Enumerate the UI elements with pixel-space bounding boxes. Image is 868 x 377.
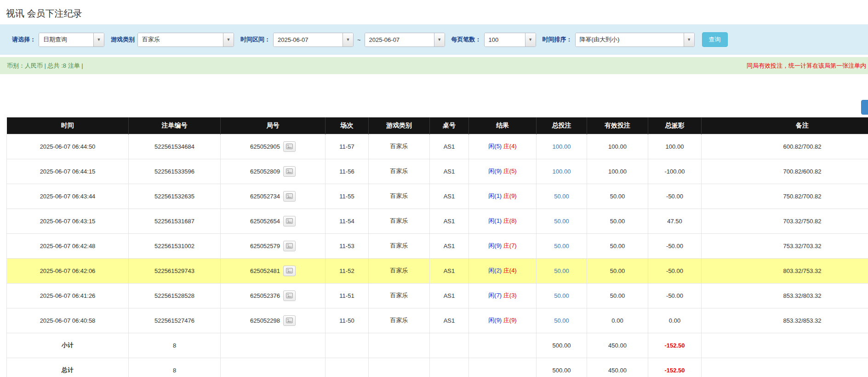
page-size-label: 每页笔数： [451,35,481,44]
note: 753.32/703.32 [702,233,868,258]
total-valid-bet: 450.00 [587,358,648,377]
chevron-down-icon[interactable]: ▼ [93,33,104,46]
table-number: AS1 [430,134,469,159]
valid-bet: 100.00 [587,134,648,159]
total-bet-link[interactable]: 50.00 [554,292,569,299]
session-number: 11-51 [326,283,369,308]
note: 600.82/700.82 [702,134,868,159]
round-number-cell: 625052905 [221,134,326,159]
round-number: 625052579 [250,243,280,249]
page-size-input[interactable] [485,33,525,46]
game-type: 百家乐 [369,184,430,209]
table-row: 2025-06-07 06:40:58 522561527476 6250522… [7,308,868,333]
note: 700.82/600.82 [702,159,868,184]
valid-bet: 50.00 [587,209,648,233]
search-button[interactable]: 查询 [702,32,728,47]
result-player: 闲(9) [488,168,502,174]
round-result-image-icon[interactable] [283,216,296,226]
query-type-input[interactable] [39,33,93,46]
total-bet-link[interactable]: 50.00 [554,267,569,274]
date-to-input[interactable] [365,33,434,46]
game-type-input[interactable] [138,33,223,46]
total-bet-link[interactable]: 100.00 [553,168,571,175]
column-header: 局号 [221,117,326,134]
valid-bet: 50.00 [587,283,648,308]
game-type: 百家乐 [369,283,430,308]
column-header: 场次 [326,117,369,134]
subtotal-payout: -152.50 [648,333,702,358]
chevron-down-icon[interactable]: ▼ [684,33,694,46]
sort-label: 时间排序： [542,35,572,44]
total-bet-link[interactable]: 50.00 [554,193,569,200]
order-number: 522561531002 [129,233,221,258]
round-result-image-icon[interactable] [283,166,296,177]
column-header: 桌号 [430,117,469,134]
game-type: 百家乐 [369,308,430,333]
round-result-image-icon[interactable] [283,141,296,152]
table-row: 2025-06-07 06:43:44 522561532635 6250527… [7,184,868,209]
order-number: 522561528528 [129,283,221,308]
records-tbody: 2025-06-07 06:44:50 522561534684 6250529… [7,134,868,333]
game-type: 百家乐 [369,209,430,233]
round-result-image-icon[interactable] [283,315,296,326]
chevron-down-icon[interactable]: ▼ [343,33,353,46]
result-banker: 庄(4) [503,267,517,274]
valid-bet: 0.00 [587,308,648,333]
round-result-image-icon[interactable] [283,191,296,202]
summary-bar: 币别：人民币 | 总共 :8 注单 | 同局有效投注，统一计算在该局第一张注单内 [0,57,868,74]
bet-time: 2025-06-07 06:41:26 [7,283,129,308]
sort-combobox[interactable]: ▼ [575,33,695,47]
session-number: 11-57 [326,134,369,159]
column-header: 注单编号 [129,117,221,134]
bet-time: 2025-06-07 06:43:44 [7,184,129,209]
bet-time: 2025-06-07 06:42:48 [7,233,129,258]
round-number: 625052376 [250,292,280,299]
result-banker: 庄(8) [503,217,517,224]
sort-input[interactable] [576,33,684,46]
note: 853.32/803.32 [702,283,868,308]
subtotal-total-bet: 500.00 [537,333,587,358]
round-result-image-icon[interactable] [283,290,296,301]
session-number: 11-53 [326,233,369,258]
payout: 100.00 [648,134,702,159]
game-type-combobox[interactable]: ▼ [137,33,234,47]
result-cell: 闲(1) 庄(9) [469,184,537,209]
column-header: 备注 [702,117,868,134]
chevron-down-icon[interactable]: ▼ [434,33,445,46]
total-total-bet: 500.00 [537,358,587,377]
total-bet-link[interactable]: 50.00 [554,243,569,249]
total-bet-link[interactable]: 100.00 [553,143,571,150]
total-bet-link[interactable]: 50.00 [554,218,569,225]
table-row: 2025-06-07 06:44:50 522561534684 6250529… [7,134,868,159]
bet-time: 2025-06-07 06:44:15 [7,159,129,184]
bet-time: 2025-06-07 06:42:06 [7,258,129,283]
date-from-input[interactable] [274,33,343,46]
valid-bet: 50.00 [587,184,648,209]
date-to-combobox[interactable]: ▼ [365,33,445,47]
chevron-down-icon[interactable]: ▼ [525,33,536,46]
session-number: 11-55 [326,184,369,209]
table-row: 2025-06-07 06:43:15 522561531687 6250526… [7,209,868,233]
result-banker: 庄(7) [503,242,517,249]
top-right-action-button[interactable] [861,100,868,115]
date-separator: ~ [357,36,361,43]
round-result-image-icon[interactable] [283,241,296,251]
date-from-combobox[interactable]: ▼ [273,33,354,47]
round-number-cell: 625052481 [221,258,326,283]
query-type-combobox[interactable]: ▼ [39,33,104,47]
result-player: 闲(9) [488,242,502,249]
bet-time: 2025-06-07 06:40:58 [7,308,129,333]
total-bet-link[interactable]: 50.00 [554,317,569,324]
result-player: 闲(9) [488,317,502,324]
filter-bar: 请选择： ▼ 游戏类别 ▼ 时间区间： ▼ ~ ▼ 每页笔数： ▼ 时间排序： … [0,24,868,55]
page-size-combobox[interactable]: ▼ [484,33,536,47]
result-cell: 闲(9) 庄(9) [469,308,537,333]
header-row: 时间注单编号局号场次游戏类别桌号结果总投注有效投注总派彩备注 [7,117,868,134]
time-range-label: 时间区间： [240,35,270,44]
round-number: 625052481 [250,267,280,274]
subtotal-count: 8 [129,333,221,358]
table-row: 2025-06-07 06:42:06 522561529743 6250524… [7,258,868,283]
round-result-image-icon[interactable] [283,266,296,276]
total-payout: -152.50 [648,358,702,377]
chevron-down-icon[interactable]: ▼ [223,33,234,46]
